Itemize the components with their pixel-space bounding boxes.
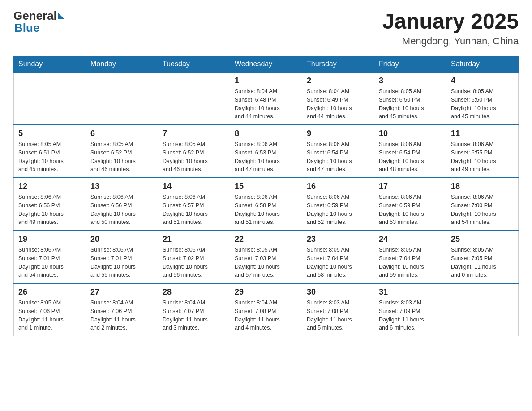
calendar-cell: 14Sunrise: 8:06 AM Sunset: 6:57 PM Dayli…: [158, 178, 230, 231]
page-header: General Blue January 2025 Mengdong, Yunn…: [13, 9, 519, 47]
day-info: Sunrise: 8:03 AM Sunset: 7:08 PM Dayligh…: [307, 299, 369, 332]
day-number: 21: [163, 235, 225, 244]
calendar-table: SundayMondayTuesdayWednesdayThursdayFrid…: [13, 56, 519, 336]
day-info: Sunrise: 8:06 AM Sunset: 7:00 PM Dayligh…: [451, 193, 514, 227]
day-info: Sunrise: 8:06 AM Sunset: 6:54 PM Dayligh…: [379, 140, 442, 174]
day-number: 10: [379, 129, 442, 138]
day-number: 11: [451, 129, 514, 138]
calendar-week-row: 26Sunrise: 8:05 AM Sunset: 7:06 PM Dayli…: [14, 283, 519, 336]
calendar-cell: 15Sunrise: 8:06 AM Sunset: 6:58 PM Dayli…: [230, 178, 302, 231]
day-info: Sunrise: 8:04 AM Sunset: 7:08 PM Dayligh…: [235, 299, 297, 332]
day-info: Sunrise: 8:06 AM Sunset: 6:55 PM Dayligh…: [451, 140, 514, 174]
calendar-cell: 9Sunrise: 8:06 AM Sunset: 6:54 PM Daylig…: [302, 125, 374, 178]
day-number: 27: [90, 287, 153, 297]
weekday-header-friday: Friday: [374, 56, 446, 73]
calendar-title: January 2025: [382, 9, 519, 34]
day-number: 7: [163, 129, 225, 138]
calendar-cell: [14, 72, 86, 125]
calendar-week-row: 5Sunrise: 8:05 AM Sunset: 6:51 PM Daylig…: [14, 125, 519, 178]
day-number: 17: [379, 182, 442, 191]
day-info: Sunrise: 8:04 AM Sunset: 7:07 PM Dayligh…: [163, 299, 225, 332]
calendar-cell: 16Sunrise: 8:06 AM Sunset: 6:59 PM Dayli…: [302, 178, 374, 231]
day-info: Sunrise: 8:06 AM Sunset: 6:57 PM Dayligh…: [163, 193, 225, 227]
day-info: Sunrise: 8:05 AM Sunset: 7:04 PM Dayligh…: [307, 246, 369, 279]
day-info: Sunrise: 8:06 AM Sunset: 7:01 PM Dayligh…: [90, 246, 153, 279]
calendar-cell: 31Sunrise: 8:03 AM Sunset: 7:09 PM Dayli…: [374, 283, 446, 336]
day-number: 9: [307, 129, 369, 138]
calendar-cell: 12Sunrise: 8:06 AM Sunset: 6:56 PM Dayli…: [14, 178, 86, 231]
calendar-cell: 27Sunrise: 8:04 AM Sunset: 7:06 PM Dayli…: [86, 283, 158, 336]
calendar-cell: [86, 72, 158, 125]
calendar-cell: 20Sunrise: 8:06 AM Sunset: 7:01 PM Dayli…: [86, 231, 158, 283]
calendar-cell: 7Sunrise: 8:05 AM Sunset: 6:52 PM Daylig…: [158, 125, 230, 178]
day-number: 20: [90, 235, 153, 244]
day-number: 6: [90, 129, 153, 138]
weekday-header-wednesday: Wednesday: [230, 56, 302, 73]
day-info: Sunrise: 8:05 AM Sunset: 6:52 PM Dayligh…: [90, 140, 153, 174]
calendar-cell: 5Sunrise: 8:05 AM Sunset: 6:51 PM Daylig…: [14, 125, 86, 178]
day-info: Sunrise: 8:06 AM Sunset: 7:02 PM Dayligh…: [163, 246, 225, 279]
day-number: 23: [307, 235, 369, 244]
weekday-header-tuesday: Tuesday: [158, 56, 230, 73]
calendar-week-row: 12Sunrise: 8:06 AM Sunset: 6:56 PM Dayli…: [14, 178, 519, 231]
day-info: Sunrise: 8:05 AM Sunset: 6:51 PM Dayligh…: [18, 140, 81, 174]
day-info: Sunrise: 8:05 AM Sunset: 7:06 PM Dayligh…: [18, 299, 81, 332]
day-info: Sunrise: 8:06 AM Sunset: 6:56 PM Dayligh…: [18, 193, 81, 227]
day-info: Sunrise: 8:04 AM Sunset: 6:49 PM Dayligh…: [307, 87, 369, 121]
day-number: 13: [90, 182, 153, 191]
day-info: Sunrise: 8:06 AM Sunset: 6:59 PM Dayligh…: [379, 193, 442, 227]
day-info: Sunrise: 8:06 AM Sunset: 6:58 PM Dayligh…: [235, 193, 297, 227]
weekday-header-row: SundayMondayTuesdayWednesdayThursdayFrid…: [14, 56, 519, 73]
calendar-cell: 18Sunrise: 8:06 AM Sunset: 7:00 PM Dayli…: [446, 178, 519, 231]
day-info: Sunrise: 8:06 AM Sunset: 6:53 PM Dayligh…: [235, 140, 297, 174]
day-info: Sunrise: 8:06 AM Sunset: 6:56 PM Dayligh…: [90, 193, 153, 227]
day-info: Sunrise: 8:05 AM Sunset: 7:04 PM Dayligh…: [379, 246, 442, 279]
weekday-header-thursday: Thursday: [302, 56, 374, 73]
calendar-cell: 4Sunrise: 8:05 AM Sunset: 6:50 PM Daylig…: [446, 72, 519, 125]
calendar-cell: 28Sunrise: 8:04 AM Sunset: 7:07 PM Dayli…: [158, 283, 230, 336]
day-number: 29: [235, 287, 297, 297]
calendar-cell: [446, 283, 519, 336]
day-info: Sunrise: 8:04 AM Sunset: 7:06 PM Dayligh…: [90, 299, 153, 332]
logo-arrow-icon: [58, 13, 64, 19]
calendar-cell: 30Sunrise: 8:03 AM Sunset: 7:08 PM Dayli…: [302, 283, 374, 336]
calendar-cell: 10Sunrise: 8:06 AM Sunset: 6:54 PM Dayli…: [374, 125, 446, 178]
logo-blue: Blue: [14, 21, 39, 35]
calendar-cell: 23Sunrise: 8:05 AM Sunset: 7:04 PM Dayli…: [302, 231, 374, 283]
calendar-cell: 29Sunrise: 8:04 AM Sunset: 7:08 PM Dayli…: [230, 283, 302, 336]
calendar-cell: 17Sunrise: 8:06 AM Sunset: 6:59 PM Dayli…: [374, 178, 446, 231]
day-info: Sunrise: 8:06 AM Sunset: 7:01 PM Dayligh…: [18, 246, 81, 279]
day-info: Sunrise: 8:05 AM Sunset: 6:52 PM Dayligh…: [163, 140, 225, 174]
day-number: 16: [307, 182, 369, 191]
title-area: January 2025 Mengdong, Yunnan, China: [382, 9, 519, 47]
day-number: 5: [18, 129, 81, 138]
calendar-cell: [158, 72, 230, 125]
day-number: 18: [451, 182, 514, 191]
calendar-subtitle: Mengdong, Yunnan, China: [382, 35, 519, 47]
day-info: Sunrise: 8:06 AM Sunset: 6:54 PM Dayligh…: [307, 140, 369, 174]
day-number: 28: [163, 287, 225, 297]
calendar-cell: 21Sunrise: 8:06 AM Sunset: 7:02 PM Dayli…: [158, 231, 230, 283]
day-number: 25: [451, 235, 514, 244]
calendar-cell: 22Sunrise: 8:05 AM Sunset: 7:03 PM Dayli…: [230, 231, 302, 283]
day-number: 4: [451, 76, 514, 86]
calendar-cell: 24Sunrise: 8:05 AM Sunset: 7:04 PM Dayli…: [374, 231, 446, 283]
weekday-header-saturday: Saturday: [446, 56, 519, 73]
day-number: 1: [235, 76, 297, 86]
day-number: 12: [18, 182, 81, 191]
day-number: 31: [379, 287, 442, 297]
calendar-cell: 13Sunrise: 8:06 AM Sunset: 6:56 PM Dayli…: [86, 178, 158, 231]
calendar-cell: 25Sunrise: 8:05 AM Sunset: 7:05 PM Dayli…: [446, 231, 519, 283]
day-number: 3: [379, 76, 442, 86]
calendar-cell: 19Sunrise: 8:06 AM Sunset: 7:01 PM Dayli…: [14, 231, 86, 283]
calendar-cell: 26Sunrise: 8:05 AM Sunset: 7:06 PM Dayli…: [14, 283, 86, 336]
day-number: 8: [235, 129, 297, 138]
calendar-cell: 3Sunrise: 8:05 AM Sunset: 6:50 PM Daylig…: [374, 72, 446, 125]
day-number: 19: [18, 235, 81, 244]
calendar-cell: 6Sunrise: 8:05 AM Sunset: 6:52 PM Daylig…: [86, 125, 158, 178]
day-number: 22: [235, 235, 297, 244]
day-number: 26: [18, 287, 81, 297]
day-info: Sunrise: 8:05 AM Sunset: 7:03 PM Dayligh…: [235, 246, 297, 279]
calendar-cell: 1Sunrise: 8:04 AM Sunset: 6:48 PM Daylig…: [230, 72, 302, 125]
day-info: Sunrise: 8:05 AM Sunset: 6:50 PM Dayligh…: [451, 87, 514, 121]
